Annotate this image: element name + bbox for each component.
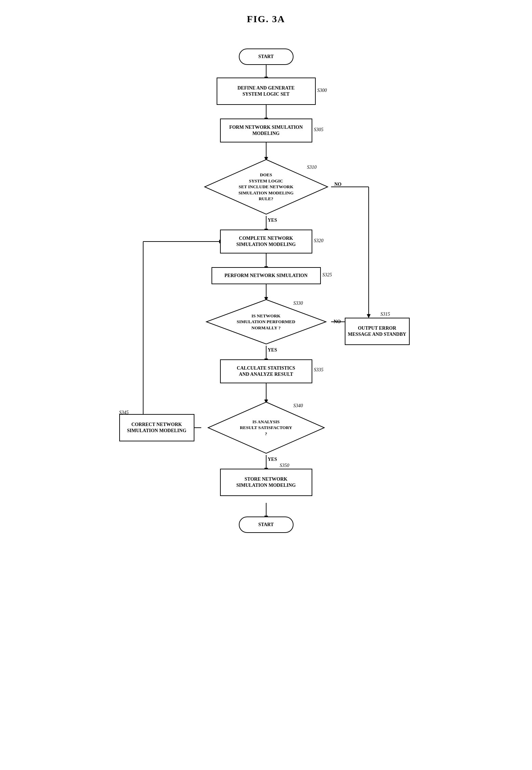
s350-step-inline: S350 <box>280 463 289 468</box>
s320-node: COMPLETE NETWORKSIMULATION MODELING <box>220 230 312 253</box>
s315-node: OUTPUT ERRORMESSAGE AND STANDBY <box>345 318 410 345</box>
s300-node: DEFINE AND GENERATESYSTEM LOGIC SET <box>217 78 316 105</box>
s330-diamond: IS NETWORKSIMULATION PERFORMEDNORMALLY ? <box>205 298 328 346</box>
s345-node: CORRECT NETWORKSIMULATION MODELING <box>119 414 194 441</box>
s330-yes-label: YES <box>268 347 277 353</box>
svg-marker-22 <box>367 314 370 318</box>
s340-label: S340 <box>294 403 303 409</box>
flowchart: START DEFINE AND GENERATESYSTEM LOGIC SE… <box>112 38 420 739</box>
s325-label: S325 <box>323 272 332 278</box>
s300-label: S300 <box>317 88 327 93</box>
s335-node: CALCULATE STATISTICSAND ANALYZE RESULT <box>220 359 312 383</box>
s305-node: FORM NETWORK SIMULATIONMODELING <box>220 119 312 142</box>
s330-no-label: NO <box>334 319 341 325</box>
s325-node: PERFORM NETWORK SIMULATION <box>212 267 321 284</box>
start-top-node: START <box>239 49 294 65</box>
s315-label: S315 <box>381 312 390 317</box>
s330-label: S330 <box>294 301 303 306</box>
s340-yes-label: YES <box>268 457 277 462</box>
s345-label: S345 <box>119 410 129 415</box>
s310-label: S310 <box>307 165 317 170</box>
s320-label: S320 <box>314 238 324 244</box>
s335-label: S335 <box>314 367 324 373</box>
s310-yes-label: YES <box>268 218 277 223</box>
s310-no-label: NO <box>335 182 342 187</box>
s350-node: STORE NETWORKSIMULATION MODELING <box>220 469 312 496</box>
start-bottom-node: START <box>239 517 294 533</box>
figure-title: FIG. 3A <box>112 14 420 25</box>
s340-diamond: IS ANALYSISRESULT SATISFACTORY? <box>206 400 326 455</box>
s305-label: S305 <box>314 127 324 133</box>
